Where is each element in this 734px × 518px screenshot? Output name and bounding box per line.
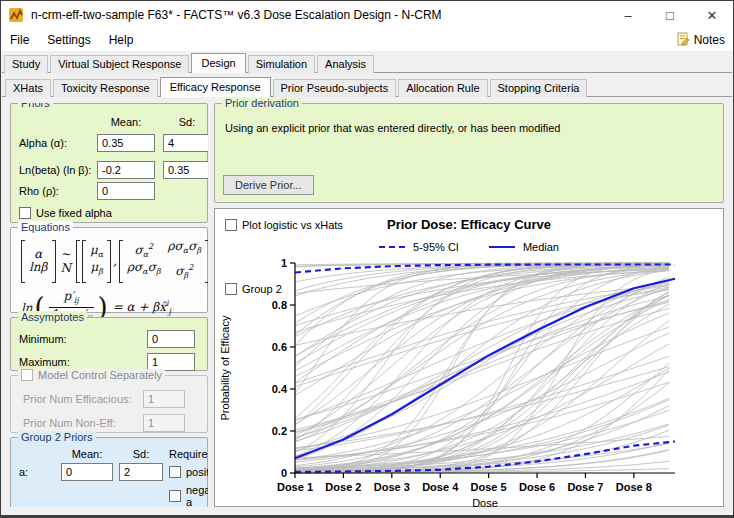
tab-xhats[interactable]: XHats: [5, 79, 51, 97]
negative-a-checkbox[interactable]: [169, 490, 181, 502]
main-tab-strip: Study Virtual Subject Response Design Si…: [1, 51, 733, 72]
group2-priors-groupbox: Group 2 Priors Mean: Sd: Require: a: pos…: [10, 437, 208, 507]
g2-a-label: a:: [19, 466, 55, 478]
tab-prior-pseudo-subjects[interactable]: Prior Pseudo-subjects: [273, 79, 397, 97]
svg-text:0.4: 0.4: [272, 383, 288, 395]
alpha-label: Alpha (α):: [19, 137, 97, 149]
svg-text:0: 0: [281, 467, 287, 479]
svg-text:Dose 4: Dose 4: [422, 481, 459, 493]
g2-require-header: Require:: [169, 448, 208, 460]
right-column: Prior derivation Using an explicit prior…: [214, 103, 724, 507]
svg-text:Dose 3: Dose 3: [374, 481, 410, 493]
group2-curve-checkbox[interactable]: [225, 283, 237, 295]
title-bar: n-crm-eff-two-sample F63* - FACTS™ v6.3 …: [1, 1, 733, 29]
maximize-button[interactable]: □: [649, 1, 691, 29]
tab-stopping-criteria[interactable]: Stopping Criteria: [490, 79, 588, 97]
asymptotes-groupbox: Assymptotes Minimum: Maximum:: [10, 317, 208, 371]
window-title: n-crm-eff-two-sample F63* - FACTS™ v6.3 …: [31, 8, 607, 22]
group2-curve-label: Group 2: [242, 283, 282, 295]
close-button[interactable]: ✕: [691, 1, 733, 29]
minimum-input[interactable]: [147, 330, 195, 348]
equations-title: Equations: [18, 221, 73, 233]
positive-a-checkbox[interactable]: [169, 466, 181, 478]
tab-study[interactable]: Study: [4, 55, 48, 73]
rho-label: Rho (ρ):: [19, 185, 97, 197]
svg-text:Probability of Efficacy: Probability of Efficacy: [219, 315, 231, 420]
minimize-button[interactable]: –: [607, 1, 649, 29]
priors-title: Priors: [18, 103, 53, 109]
tab-efficacy-response[interactable]: Efficacy Response: [160, 77, 271, 97]
prior-num-non-eff-label: Prior Num Non-Eff:: [23, 417, 143, 429]
minimum-label: Minimum:: [19, 333, 147, 345]
svg-text:Dose 5: Dose 5: [471, 481, 507, 493]
alpha-mean-input[interactable]: [97, 134, 155, 152]
g2-a-sd-input[interactable]: [119, 463, 163, 481]
tab-simulation[interactable]: Simulation: [248, 55, 315, 73]
positive-a-label: positive a: [186, 466, 208, 478]
efficacy-response-panel: Priors Mean: Sd: Alpha (α): Ln(beta) (ln…: [2, 96, 732, 515]
tab-design[interactable]: Design: [191, 53, 245, 73]
prior-num-efficacious-input[interactable]: [143, 390, 185, 408]
efficacy-chart-panel: Plot logistic vs xHats Prior Dose: Effic…: [214, 208, 724, 507]
svg-text:Dose 7: Dose 7: [567, 481, 603, 493]
svg-text:Dose 2: Dose 2: [325, 481, 361, 493]
svg-text:Dose 6: Dose 6: [519, 481, 555, 493]
menu-bar: File Settings Help Notes: [1, 29, 733, 51]
notes-button[interactable]: Notes: [676, 32, 725, 49]
lnbeta-mean-input[interactable]: [97, 161, 155, 179]
notes-icon: [676, 32, 690, 49]
median-legend-label: Median: [523, 241, 559, 253]
derive-prior-button[interactable]: Derive Prior...: [223, 175, 314, 195]
notes-label: Notes: [694, 33, 725, 47]
prior-distribution-equation: αlnβ ~ N μα μβ , σα2 ρσασβ: [21, 240, 199, 283]
prior-derivation-message: Using an explicit prior that was entered…: [225, 122, 715, 134]
menu-file[interactable]: File: [1, 33, 38, 47]
tab-toxicity-response[interactable]: Toxicity Response: [53, 79, 158, 97]
use-fixed-alpha-label: Use fixed alpha: [36, 207, 112, 219]
design-tab-strip: XHats Toxicity Response Efficacy Respons…: [2, 75, 732, 96]
lnbeta-label: Ln(beta) (ln β):: [19, 164, 97, 176]
prior-derivation-groupbox: Prior derivation Using an explicit prior…: [214, 103, 724, 203]
svg-text:0.2: 0.2: [272, 425, 287, 437]
rho-mean-input[interactable]: [97, 182, 155, 200]
ci-legend-swatch: [379, 246, 405, 248]
menu-settings[interactable]: Settings: [38, 33, 99, 47]
svg-text:0.6: 0.6: [272, 341, 287, 353]
tab-virtual-subject-response[interactable]: Virtual Subject Response: [50, 55, 189, 73]
priors-groupbox: Priors Mean: Sd: Alpha (α): Ln(beta) (ln…: [10, 103, 208, 223]
app-icon: [9, 7, 25, 23]
svg-text:0.8: 0.8: [272, 299, 287, 311]
app-window: n-crm-eff-two-sample F63* - FACTS™ v6.3 …: [0, 0, 734, 518]
tab-allocation-rule[interactable]: Allocation Rule: [398, 79, 487, 97]
design-page: XHats Toxicity Response Efficacy Respons…: [2, 72, 732, 515]
chart-legend: 5-95% CI Median: [215, 241, 723, 253]
prior-num-non-eff-input[interactable]: [143, 414, 185, 432]
negative-a-label: negative a: [186, 484, 208, 507]
plot-logistic-label: Plot logistic vs xHats: [242, 219, 343, 231]
plot-logistic-checkbox[interactable]: [225, 219, 237, 231]
asymptotes-title: Assymptotes: [18, 311, 87, 323]
menu-help[interactable]: Help: [100, 33, 143, 47]
ci-legend-label: 5-95% CI: [413, 241, 459, 253]
mean-header: Mean:: [97, 116, 155, 134]
median-legend-swatch: [489, 246, 515, 248]
svg-text:Dose 8: Dose 8: [616, 481, 652, 493]
g2-a-mean-input[interactable]: [61, 463, 113, 481]
g2-sd-header: Sd:: [119, 448, 163, 460]
left-column: Priors Mean: Sd: Alpha (α): Ln(beta) (ln…: [10, 103, 208, 507]
svg-text:Dose: Dose: [472, 497, 498, 509]
model-control-groupbox: Model Control Separately Prior Num Effic…: [10, 375, 208, 433]
prior-num-efficacious-label: Prior Num Efficacious:: [23, 393, 143, 405]
efficacy-curve-plot: 00.20.40.60.81Dose 1Dose 2Dose 3Dose 4Do…: [215, 255, 727, 513]
model-control-checkbox[interactable]: [21, 369, 33, 381]
use-fixed-alpha-checkbox[interactable]: [19, 207, 31, 219]
svg-text:1: 1: [281, 257, 287, 269]
g2-mean-header: Mean:: [61, 448, 113, 460]
group2-priors-title: Group 2 Priors: [18, 431, 96, 443]
tab-analysis[interactable]: Analysis: [317, 55, 374, 73]
sd-header: Sd:: [163, 116, 208, 134]
lnbeta-sd-input[interactable]: [163, 161, 208, 179]
equations-groupbox: Equations αlnβ ~ N μα μβ ,: [10, 227, 208, 313]
maximum-label: Maximum:: [19, 356, 147, 368]
alpha-sd-input[interactable]: [163, 134, 208, 152]
